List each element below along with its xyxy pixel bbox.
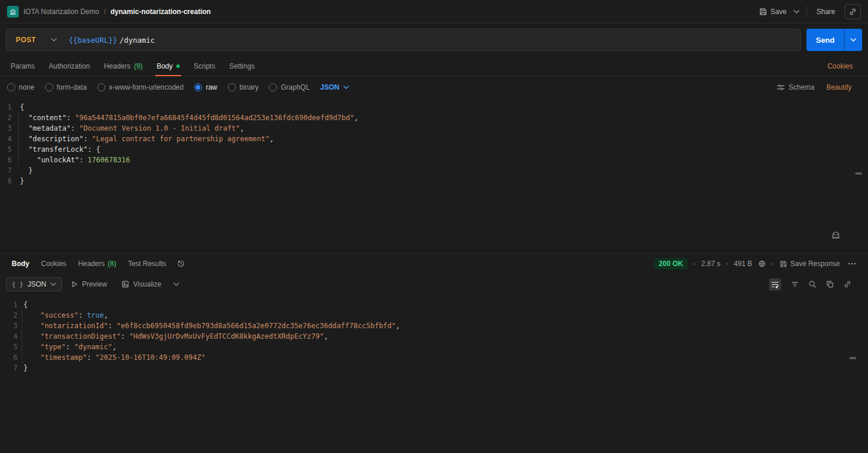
bodytype-label: binary — [240, 83, 259, 91]
more-options-icon[interactable] — [846, 263, 859, 265]
response-format-select[interactable]: { } JSON — [6, 277, 62, 291]
beautify-link[interactable]: Beautify — [826, 83, 852, 91]
schema-button[interactable]: Schema — [777, 83, 815, 91]
code-line[interactable]: 2 "content": "96a5447815a0bf0e7efa66845f… — [0, 113, 868, 123]
unsaved-changes-dot — [176, 64, 180, 68]
line-number: 5 — [0, 144, 20, 155]
code-line: 4 "transactionDigest": "HdWsV3gjUrDvMxUv… — [0, 331, 868, 342]
line-number: 6 — [0, 352, 23, 363]
visualize-button[interactable]: Visualize — [116, 278, 167, 291]
url-variable: {{baseURL}} — [69, 36, 117, 45]
tab-count: (9) — [134, 62, 143, 70]
copy-icon[interactable] — [826, 280, 834, 288]
bodytype-graphql[interactable]: GraphQL — [269, 83, 309, 91]
bodytype-form-data[interactable]: form-data — [45, 83, 87, 91]
response-tab-cookies[interactable]: Cookies — [35, 254, 72, 274]
line-number: 2 — [0, 310, 23, 321]
response-time[interactable]: 2.87 s — [701, 260, 720, 268]
bodytype-none[interactable]: none — [7, 83, 35, 91]
network-globe-icon[interactable] — [758, 260, 766, 268]
response-meta: 200 OK 2.87 s 491 B Sa — [654, 258, 862, 270]
save-button[interactable]: Save — [754, 5, 791, 19]
status-badge[interactable]: 200 OK — [654, 258, 688, 270]
cookies-link[interactable]: Cookies — [828, 62, 864, 70]
send-options-button[interactable] — [844, 29, 862, 51]
response-scrollbar-thumb[interactable] — [849, 357, 856, 359]
tab-label: Cookies — [41, 260, 66, 268]
topbar-divider — [807, 6, 807, 17]
request-tabs: Params Authorization Headers (9) Body Sc… — [0, 56, 868, 76]
save-label: Save — [771, 8, 787, 16]
tab-headers[interactable]: Headers (9) — [97, 56, 149, 76]
bodytype-raw[interactable]: raw — [194, 83, 217, 91]
save-response-button[interactable]: Save Response — [780, 260, 840, 268]
tab-scripts[interactable]: Scripts — [187, 56, 223, 76]
bodytype-label: x-www-form-urlencoded — [109, 83, 183, 91]
bodytype-x-www-form-urlencoded[interactable]: x-www-form-urlencoded — [97, 83, 183, 91]
meta-dot — [772, 263, 774, 265]
url-input[interactable]: {{baseURL}} /dynamic — [65, 36, 155, 45]
response-body-code: 1{2 "success": true,3 "notarizationId": … — [0, 299, 868, 373]
save-response-icon — [780, 260, 787, 268]
meta-dot — [693, 263, 695, 265]
tab-body[interactable]: Body — [149, 56, 186, 76]
response-history-icon[interactable] — [172, 260, 190, 268]
code-line[interactable]: 5 "transferLock": { — [0, 144, 868, 155]
breadcrumb-workspace[interactable]: IOTA Notarization Demo — [23, 8, 99, 16]
preview-button[interactable]: Preview — [66, 278, 112, 291]
view-options-chevron-icon[interactable] — [170, 280, 183, 288]
language-label: JSON — [320, 83, 340, 91]
response-body-editor[interactable]: 1{2 "success": true,3 "notarizationId": … — [0, 295, 868, 453]
code-line: 3 "notarizationId": "e6f8ccb6950458fd9eb… — [0, 321, 868, 331]
url-path: /dynamic — [119, 36, 155, 45]
breadcrumb-request-name[interactable]: dynamic-notarization-creation — [111, 8, 211, 16]
tab-label: Headers — [78, 260, 104, 268]
response-tab-headers[interactable]: Headers (8) — [72, 254, 122, 274]
code-line[interactable]: 4 "description": "Legal contract for par… — [0, 134, 868, 144]
bodytype-binary[interactable]: binary — [228, 83, 259, 91]
wrap-text-icon[interactable] — [769, 278, 781, 291]
filter-icon[interactable] — [791, 280, 799, 288]
line-number: 6 — [0, 155, 20, 165]
workspace-logo-icon[interactable] — [7, 6, 19, 18]
response-tab-test-results[interactable]: Test Results — [122, 254, 172, 274]
method-label: POST — [16, 36, 36, 44]
tab-authorization[interactable]: Authorization — [42, 56, 97, 76]
body-type-row: none form-data x-www-form-urlencoded raw… — [0, 76, 868, 98]
search-icon[interactable] — [808, 280, 816, 288]
sliders-icon — [777, 83, 785, 91]
link-icon[interactable] — [843, 280, 852, 288]
url-container: POST {{baseURL}} /dynamic — [6, 29, 801, 51]
postbot-icon[interactable] — [828, 227, 843, 243]
request-scrollbar-thumb[interactable] — [855, 172, 862, 175]
response-size[interactable]: 491 B — [734, 260, 752, 268]
topbar-actions: Save Share — [754, 4, 861, 19]
line-number: 4 — [0, 134, 20, 144]
language-select[interactable]: JSON — [320, 83, 349, 91]
code-line[interactable]: 3 "metadata": "Document Version 1.0 - In… — [0, 123, 868, 134]
tab-label: Params — [11, 62, 35, 70]
schema-label: Schema — [789, 83, 815, 91]
topbar: IOTA Notarization Demo / dynamic-notariz… — [0, 0, 868, 23]
chevron-down-icon — [343, 86, 349, 89]
line-number: 7 — [0, 363, 23, 373]
method-select[interactable]: POST — [6, 29, 65, 50]
tab-label: Test Results — [128, 260, 166, 268]
send-button[interactable]: Send — [807, 29, 844, 51]
tab-params[interactable]: Params — [4, 56, 42, 76]
preview-label: Preview — [82, 280, 107, 288]
code-line[interactable]: 1{ — [0, 102, 868, 113]
tab-settings[interactable]: Settings — [222, 56, 261, 76]
share-label: Share — [816, 8, 835, 16]
code-line: 2 "success": true, — [0, 310, 868, 321]
code-line[interactable]: 6 "unlockAt": 1760678316 — [0, 155, 868, 165]
code-line[interactable]: 8} — [0, 176, 868, 186]
save-options-button[interactable] — [791, 7, 802, 16]
response-tab-body[interactable]: Body — [6, 254, 35, 274]
copy-link-button[interactable] — [845, 4, 861, 19]
share-button[interactable]: Share — [812, 5, 840, 19]
tab-label: Body — [12, 260, 29, 268]
code-line[interactable]: 7 } — [0, 165, 868, 176]
image-icon — [121, 280, 129, 288]
request-body-editor[interactable]: 1{2 "content": "96a5447815a0bf0e7efa6684… — [0, 98, 868, 253]
